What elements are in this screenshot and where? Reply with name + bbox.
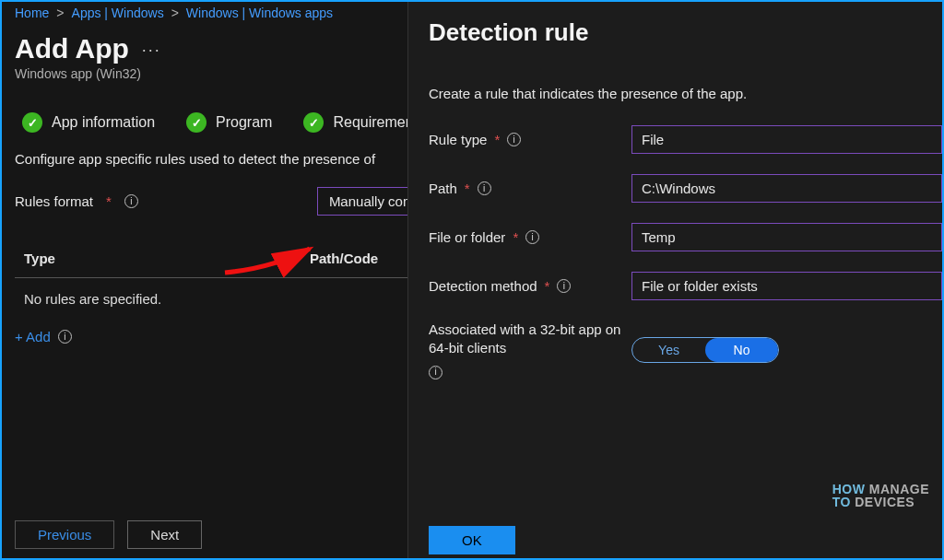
panel-title: Detection rule [429, 18, 942, 47]
detection-method-label: Detection method [429, 278, 537, 294]
required-icon: * [494, 132, 500, 147]
panel-description: Create a rule that indicates the presenc… [429, 86, 942, 101]
crumb-home[interactable]: Home [15, 6, 49, 20]
wizard-footer: Previous Next [15, 520, 202, 549]
detection-rule-panel: Detection rule Create a rule that indica… [407, 2, 942, 558]
crumb-windows-apps[interactable]: Windows | Windows apps [186, 6, 333, 20]
detection-method-select[interactable] [631, 272, 942, 300]
detection-method-row: Detection method * i [429, 272, 942, 300]
info-icon[interactable]: i [525, 230, 539, 244]
previous-button[interactable]: Previous [15, 520, 114, 549]
assoc-32bit-toggle[interactable]: Yes No [631, 337, 779, 363]
check-icon: ✓ [186, 112, 206, 133]
app-window: Home > Apps | Windows > Windows | Window… [0, 0, 944, 560]
step-program[interactable]: ✓ Program [186, 112, 272, 133]
required-icon: * [513, 229, 518, 245]
required-icon: * [106, 193, 112, 209]
rule-type-label: Rule type [429, 132, 487, 147]
path-row: Path * i [429, 174, 942, 203]
page-title: Add App [15, 33, 129, 64]
next-button[interactable]: Next [127, 520, 202, 549]
required-icon: * [545, 278, 550, 294]
toggle-yes[interactable]: Yes [632, 338, 705, 362]
col-path: Path/Code [310, 251, 378, 266]
rule-type-row: Rule type * i [429, 125, 942, 154]
info-icon[interactable]: i [124, 194, 138, 208]
required-icon: * [465, 181, 470, 196]
chevron-right-icon: > [56, 6, 64, 20]
file-or-folder-label: File or folder [429, 229, 505, 245]
step-label: Program [216, 114, 272, 131]
info-icon[interactable]: i [507, 133, 521, 146]
info-icon[interactable]: i [478, 181, 491, 195]
check-icon: ✓ [22, 112, 42, 133]
toggle-no[interactable]: No [705, 338, 778, 362]
info-icon[interactable]: i [429, 366, 442, 379]
panel-footer: OK [408, 526, 942, 554]
step-app-information[interactable]: ✓ App information [22, 112, 155, 133]
rules-format-label: Rules format [15, 193, 93, 209]
watermark: HOW MANAGE TO DEVICES [832, 483, 929, 508]
file-or-folder-input[interactable] [631, 223, 942, 251]
ok-button[interactable]: OK [429, 526, 515, 554]
chevron-right-icon: > [171, 6, 179, 20]
add-label: + Add [15, 329, 51, 344]
step-label: App information [52, 114, 155, 131]
info-icon[interactable]: i [557, 279, 571, 293]
assoc-32bit-label: Associated with a 32-bit app on 64-bit c… [429, 321, 631, 358]
more-icon[interactable]: ... [142, 37, 161, 62]
file-or-folder-row: File or folder * i [429, 223, 942, 251]
assoc-32bit-row: Associated with a 32-bit app on 64-bit c… [429, 321, 942, 379]
crumb-apps-windows[interactable]: Apps | Windows [72, 6, 164, 20]
col-type: Type [24, 251, 125, 266]
path-label: Path [429, 181, 457, 196]
info-icon[interactable]: i [58, 330, 72, 344]
rule-type-select[interactable] [631, 125, 942, 154]
check-icon: ✓ [303, 112, 324, 133]
path-input[interactable] [631, 174, 942, 203]
